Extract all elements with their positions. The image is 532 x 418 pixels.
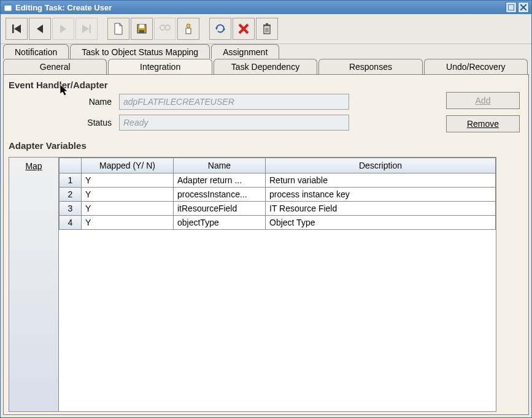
svg-marker-9: [82, 25, 89, 33]
row-number: 1: [60, 173, 82, 188]
column-header-name[interactable]: Name: [174, 158, 266, 173]
row-number: 4: [60, 216, 82, 230]
table-row[interactable]: 3 Y itResourceField IT Resource Field: [60, 202, 496, 216]
svg-point-16: [160, 25, 165, 30]
window-title: Editing Task: Create User: [15, 3, 506, 12]
column-header-rownum[interactable]: [60, 158, 82, 173]
svg-rect-1: [4, 4, 12, 6]
editing-task-window: Editing Task: Create User: [0, 0, 532, 418]
titlebar: Editing Task: Create User: [1, 1, 531, 14]
map-button[interactable]: Map: [25, 160, 42, 171]
svg-rect-2: [508, 4, 514, 10]
row-number: 2: [60, 188, 82, 202]
svg-point-17: [165, 25, 170, 30]
tab-responses[interactable]: Responses: [318, 59, 422, 74]
new-button[interactable]: [107, 18, 129, 40]
find-button[interactable]: [154, 18, 176, 40]
cell-mapped[interactable]: Y: [82, 216, 174, 230]
integration-panel: Event Handler/Adapter Name Status Add Re…: [3, 74, 529, 415]
svg-marker-22: [223, 28, 225, 30]
tab-undo-recovery[interactable]: Undo/Recovery: [424, 59, 528, 74]
svg-rect-14: [139, 25, 144, 28]
cell-description[interactable]: Object Type: [266, 216, 496, 230]
window-icon: [3, 2, 13, 12]
delete-button[interactable]: [256, 18, 278, 40]
svg-rect-26: [263, 25, 271, 26]
svg-marker-6: [14, 25, 21, 33]
name-label: Name: [9, 97, 119, 107]
cancel-button[interactable]: [233, 18, 255, 40]
table-row[interactable]: 1 Y Adapter return ... Return variable: [60, 173, 496, 188]
cell-mapped[interactable]: Y: [82, 188, 174, 202]
tab-general[interactable]: General: [3, 59, 107, 74]
svg-point-19: [187, 24, 190, 28]
svg-rect-10: [90, 25, 91, 33]
tab-assignment[interactable]: Assignment: [211, 44, 279, 59]
column-header-description[interactable]: Description: [266, 158, 496, 173]
svg-rect-20: [186, 28, 191, 34]
tab-notification[interactable]: Notification: [3, 44, 69, 59]
map-button-column: Map: [9, 157, 59, 412]
tabs-row-bottom: General Integration Task Dependency Resp…: [1, 59, 531, 74]
cell-description[interactable]: Return variable: [266, 173, 496, 188]
table-row[interactable]: 2 Y processInstance... process instance …: [60, 188, 496, 202]
svg-rect-27: [266, 23, 268, 25]
row-number: 3: [60, 202, 82, 216]
toolbar: [1, 14, 531, 44]
svg-marker-21: [215, 28, 218, 30]
status-label: Status: [9, 118, 119, 127]
svg-marker-7: [37, 25, 43, 33]
tab-status-mapping[interactable]: Task to Object Status Mapping: [70, 44, 210, 59]
cell-name[interactable]: Adapter return ...: [174, 173, 266, 188]
svg-rect-15: [139, 30, 144, 33]
table-row[interactable]: 4 Y objectType Object Type: [60, 216, 496, 230]
remove-button[interactable]: Remove: [446, 115, 520, 132]
cell-name[interactable]: objectType: [174, 216, 266, 230]
adapter-variables-table: Mapped (Y/ N) Name Description 1 Y Adapt…: [59, 157, 496, 412]
cell-description[interactable]: IT Resource Field: [266, 202, 496, 216]
adapter-variables-section-title: Adapter Variables: [9, 140, 523, 151]
name-field[interactable]: [119, 94, 349, 110]
status-field[interactable]: [119, 115, 349, 131]
cell-description[interactable]: process instance key: [266, 188, 496, 202]
next-record-button[interactable]: [52, 18, 74, 40]
cell-name[interactable]: itResourceField: [174, 202, 266, 216]
cell-mapped[interactable]: Y: [82, 173, 174, 188]
svg-rect-5: [12, 25, 14, 33]
column-header-mapped[interactable]: Mapped (Y/ N): [82, 158, 174, 173]
tab-integration[interactable]: Integration: [108, 59, 212, 74]
last-record-button[interactable]: [75, 18, 98, 40]
cell-mapped[interactable]: Y: [82, 202, 174, 216]
add-button[interactable]: Add: [446, 92, 520, 109]
event-handler-section-title: Event Handler/Adapter: [9, 80, 523, 90]
svg-marker-12: [120, 23, 122, 26]
tabs-row-top: Notification Task to Object Status Mappi…: [1, 44, 531, 59]
refresh-button[interactable]: [209, 18, 231, 40]
first-record-button[interactable]: [6, 18, 28, 40]
save-button[interactable]: [131, 18, 153, 40]
tab-task-dependency[interactable]: Task Dependency: [214, 59, 317, 74]
svg-marker-8: [60, 25, 66, 33]
maximize-button[interactable]: [506, 2, 517, 13]
cell-name[interactable]: processInstance...: [174, 188, 266, 202]
assign-button[interactable]: [177, 18, 199, 40]
prev-record-button[interactable]: [29, 18, 51, 40]
close-button[interactable]: [518, 2, 529, 13]
